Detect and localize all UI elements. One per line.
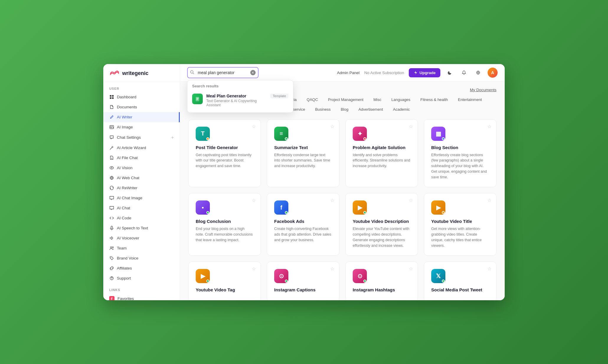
sidebar-item-team[interactable]: Team: [103, 243, 180, 253]
favorite-star-youtube-video-tag[interactable]: ☆: [252, 266, 256, 272]
card-youtube-video-title[interactable]: ☆ ▶ Youtube Video Title Get more views w…: [424, 193, 496, 256]
card-youtube-video-desc[interactable]: ☆ ▶ Youtube Video Description Elevate yo…: [345, 193, 418, 256]
sidebar-item-ai-writer[interactable]: AI Writer: [103, 112, 180, 122]
sidebar-item-ai-vision[interactable]: AI Vision: [103, 163, 180, 173]
tab-fitness[interactable]: Fitness & health: [416, 96, 452, 104]
card-desc-blog-section: Effortlessly create blog sections (few p…: [431, 152, 489, 180]
sidebar-item-dashboard[interactable]: Dashboard: [103, 92, 180, 102]
favorite-star-social-media-post-tweet[interactable]: ☆: [487, 266, 491, 272]
svg-point-11: [112, 247, 113, 248]
favorite-star-summarize-text[interactable]: ☆: [330, 124, 334, 129]
sidebar-item-affiliates[interactable]: Affiliates: [103, 263, 180, 273]
sidebar-item-ai-chat-image[interactable]: AI Chat Image: [103, 193, 180, 203]
sidebar-item-label: AI Speech to Text: [117, 226, 148, 230]
sidebar-item-ai-code[interactable]: AI Code: [103, 213, 180, 223]
admin-panel-link[interactable]: Admin Panel: [337, 71, 360, 75]
card-youtube-video-tag[interactable]: ☆ ▶ Youtube Video Tag: [188, 262, 261, 300]
favorite-star-instagram-captions[interactable]: ☆: [330, 266, 334, 272]
status-dot-facebook-ads: [285, 211, 288, 214]
status-dot-youtube-video-title: [442, 211, 445, 214]
sidebar-item-label: Favorites: [117, 296, 134, 300]
tab-misc[interactable]: Misc: [369, 96, 385, 104]
svg-rect-1: [112, 95, 114, 97]
sidebar-item-ai-file-chat[interactable]: AI File Chat: [103, 153, 180, 163]
sidebar-item-label: Support: [117, 276, 131, 280]
svg-point-14: [111, 279, 112, 279]
status-dot-summarize-text: [285, 137, 288, 140]
sidebar-item-ai-web-chat[interactable]: AI Web Chat: [103, 173, 180, 183]
notifications-button[interactable]: [459, 68, 469, 77]
card-title-instagram-hashtags: Instagram Hashtags: [353, 287, 411, 292]
favorite-star-blog-conclusion[interactable]: ☆: [252, 197, 256, 203]
tab-business[interactable]: Business: [311, 105, 335, 113]
favorite-star-youtube-video-title[interactable]: ☆: [487, 197, 491, 203]
card-post-title-gen[interactable]: ☆ T Post Title Generator Get captivating…: [188, 119, 261, 187]
search-result-name: Meal Plan Generator: [206, 94, 267, 98]
search-result-item[interactable]: Meal Plan Generator Text Generator & AI …: [187, 91, 293, 110]
logo-svg: [109, 70, 120, 77]
search-result-info: Meal Plan Generator Text Generator & AI …: [206, 94, 267, 107]
card-social-media-post-tweet[interactable]: ☆ 𝕏 Social Media Post Tweet: [424, 262, 496, 300]
my-documents-link[interactable]: My Documents: [470, 88, 496, 92]
card-title-blog-section: Blog Section: [431, 145, 489, 150]
app-body: writegenic USER Dashboard Documents AI: [103, 64, 505, 300]
tab-languages[interactable]: Languages: [387, 96, 414, 104]
card-desc-youtube-video-desc: Elevate your YouTube content with compel…: [353, 226, 411, 248]
tab-project-management[interactable]: Project Management: [324, 96, 367, 104]
sidebar-item-ai-image[interactable]: AI Image: [103, 122, 180, 132]
tab-advertisement[interactable]: Advertisement: [354, 105, 387, 113]
sidebar-item-ai-speech[interactable]: AI Speech to Text: [103, 223, 180, 233]
favorite-star-problem-agitate[interactable]: ☆: [409, 124, 413, 129]
search-clear-button[interactable]: ✕: [250, 70, 256, 75]
sidebar-item-label: AI Chat Image: [117, 196, 142, 200]
sidebar-item-ai-voiceover[interactable]: AI Voiceover: [103, 233, 180, 243]
card-instagram-hashtags[interactable]: ☆ ⊙ Instagram Hashtags: [345, 262, 418, 300]
sidebar-item-ai-article-wizard[interactable]: AI Article Wizard: [103, 143, 180, 153]
status-dot-youtube-video-desc: [363, 211, 366, 214]
sidebar-item-label: Documents: [117, 105, 137, 109]
sidebar-item-support[interactable]: Support: [103, 273, 180, 283]
status-dot-post-title-gen: [206, 137, 209, 140]
search-result-badge: Template: [270, 94, 288, 98]
favorite-star-youtube-video-desc[interactable]: ☆: [409, 197, 413, 203]
card-problem-agitate[interactable]: ☆ ✦ Problem Agitate Solution Identify an…: [345, 119, 418, 187]
sidebar-item-ai-rewriter[interactable]: AI ReWriter: [103, 183, 180, 193]
plus-icon[interactable]: +: [171, 135, 174, 140]
tab-blog[interactable]: Blog: [336, 105, 352, 113]
search-wrapper: ✕ Search results Meal Plan Generator Tex…: [187, 67, 259, 78]
favorite-star-instagram-hashtags[interactable]: ☆: [409, 266, 413, 272]
tab-academic[interactable]: Academic: [389, 105, 414, 113]
card-icon-instagram-hashtags: ⊙: [353, 269, 367, 283]
card-icon-facebook-ads: f: [274, 200, 288, 215]
moon-icon: [447, 70, 452, 75]
sidebar-item-documents[interactable]: Documents: [103, 102, 180, 112]
card-icon-blog-section: ▦: [431, 127, 445, 141]
dark-mode-button[interactable]: [445, 68, 455, 77]
search-input[interactable]: [187, 67, 259, 78]
avatar[interactable]: A: [488, 68, 498, 78]
card-blog-section[interactable]: ☆ ▦ Blog Section Effortlessly create blo…: [424, 119, 496, 187]
favorite-star-facebook-ads[interactable]: ☆: [330, 197, 334, 203]
sidebar-item-ai-chat[interactable]: AI Chat: [103, 203, 180, 213]
favorite-star-blog-section[interactable]: ☆: [487, 124, 491, 129]
card-instagram-captions[interactable]: ☆ ⊙ Instagram Captions: [267, 262, 339, 300]
code-icon: [109, 216, 114, 221]
card-title-post-title-gen: Post Title Generator: [196, 145, 254, 150]
users-icon: [109, 246, 114, 251]
sidebar-item-chat-settings[interactable]: Chat Settings +: [103, 132, 180, 143]
language-button[interactable]: [473, 68, 483, 77]
card-blog-conclusion[interactable]: ☆ ▪ Blog Conclusion End your blog posts …: [188, 193, 261, 256]
card-facebook-ads[interactable]: ☆ f Facebook Ads Create high-converting …: [267, 193, 339, 256]
favorite-star-post-title-gen[interactable]: ☆: [252, 124, 256, 129]
sidebar-item-favorites[interactable]: F Favorites: [103, 293, 180, 300]
card-icon-youtube-video-desc: ▶: [353, 200, 367, 215]
sidebar-item-brand-voice[interactable]: Brand Voice: [103, 253, 180, 263]
tab-entertainment[interactable]: Entertainment: [454, 96, 486, 104]
card-summarize-text[interactable]: ☆ ≡ Summarize Text Effortlessly condense…: [267, 119, 339, 187]
svg-point-6: [111, 167, 112, 169]
tab-qaqc[interactable]: QAQC: [303, 96, 322, 104]
card-title-youtube-video-tag: Youtube Video Tag: [196, 287, 254, 292]
card-title-social-media-post-tweet: Social Media Post Tweet: [431, 287, 489, 292]
upgrade-button[interactable]: Upgrade: [409, 68, 440, 77]
sidebar-logo[interactable]: writegenic: [103, 64, 180, 82]
